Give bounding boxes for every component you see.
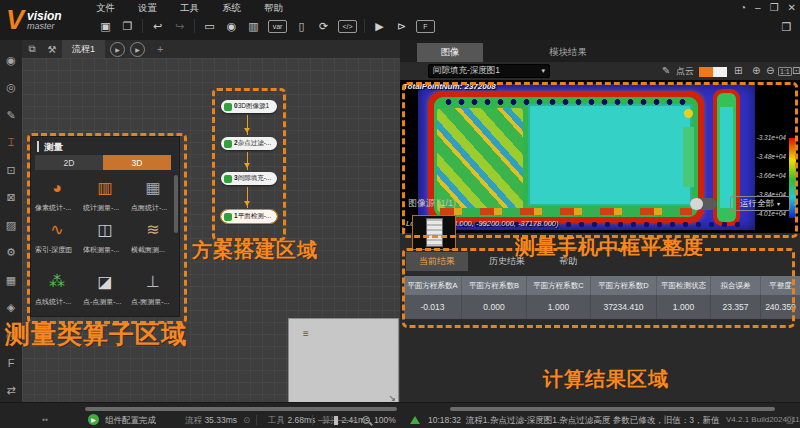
cell-coef-c: 1.000: [527, 295, 591, 319]
edit-icon[interactable]: ✎: [662, 65, 670, 76]
fit-window-icon[interactable]: ⊡: [792, 65, 800, 76]
window-controls: ◔ – ❐ ✕: [740, 2, 796, 13]
image-thumbnail[interactable]: [412, 215, 456, 250]
gallery-icon[interactable]: ▦: [3, 272, 19, 288]
tab-current-result[interactable]: 当前结果: [406, 252, 468, 271]
tab-2d[interactable]: 2D: [35, 155, 103, 170]
redo-icon[interactable]: ↪: [172, 18, 187, 34]
recognize-icon[interactable]: ▨: [3, 217, 19, 233]
toolbar-separator: [364, 19, 365, 33]
close-icon[interactable]: ✕: [788, 2, 796, 13]
annotation-results-area: 计算结果区域: [543, 366, 669, 393]
menu-tools[interactable]: 工具: [180, 2, 199, 15]
tab-module-result[interactable]: 模块结果: [520, 43, 616, 62]
tab-3d[interactable]: 3D: [103, 155, 171, 170]
continuous-toggle[interactable]: [690, 198, 717, 210]
script-icon[interactable]: </>: [338, 20, 357, 33]
tool-label: 索引-深度图: [35, 245, 81, 255]
locate-icon[interactable]: ◎: [3, 80, 19, 96]
thumb-prev-icon[interactable]: ▸: [402, 224, 406, 233]
flow-list-icon[interactable]: ⧉: [22, 43, 42, 55]
menu-file[interactable]: 文件: [96, 2, 115, 15]
tool-point-line-stat[interactable]: ⁂: [35, 271, 79, 293]
flow-run-icon[interactable]: ▶: [110, 42, 125, 57]
flow-run-step-icon[interactable]: ▶: [130, 42, 145, 57]
run-once-icon[interactable]: ▶: [372, 18, 387, 34]
save-icon[interactable]: ▣: [98, 18, 113, 34]
module-green-icon: [224, 103, 232, 111]
tool-label: 点-面测量-...: [131, 297, 177, 307]
formula-tool-icon[interactable]: F: [3, 355, 19, 371]
measure-icon[interactable]: ⌶: [3, 135, 19, 151]
run-all-button[interactable]: 运行全部 ▾: [730, 196, 790, 211]
node-plane-detect[interactable]: 1平面检测-...: [221, 210, 277, 223]
camera-icon[interactable]: ◉: [224, 18, 239, 34]
tool-point-plane-stat[interactable]: ▦: [131, 177, 175, 199]
minimap-menu-icon[interactable]: ≡: [303, 329, 309, 339]
tool-pixel-stat[interactable]: ◕: [35, 177, 79, 199]
communication-icon[interactable]: ⇄: [3, 382, 19, 398]
tool-point-plane-measure[interactable]: ⊥: [131, 271, 175, 293]
formula-icon[interactable]: F: [416, 20, 435, 33]
module-green-icon: [224, 213, 232, 221]
menu-help[interactable]: 帮助: [264, 2, 283, 15]
variable-icon[interactable]: var: [268, 20, 287, 33]
tool-label: 点-点测量-...: [83, 297, 129, 307]
log-message[interactable]: 10:18:32 流程1.杂点过滤-深度图1.杂点过滤高度 参数已修改，旧值：3…: [428, 415, 722, 427]
log-panel-icon[interactable]: ❏: [786, 415, 794, 425]
node-3d-image-source[interactable]: 03D图像源1: [221, 100, 277, 113]
display-source-dropdown[interactable]: 间隙填充-深度图1 ▾: [428, 64, 550, 78]
image-config-icon[interactable]: ⚙: [3, 245, 19, 261]
zoom-in-icon[interactable]: ⊕: [752, 65, 760, 76]
chevron-down-icon: ▾: [777, 200, 780, 207]
annotation-operators-area: 测量类算子区域: [5, 318, 187, 351]
color-swatch-white[interactable]: [713, 67, 727, 77]
module-icon[interactable]: ▯: [294, 18, 309, 34]
image-edit-icon[interactable]: ✎: [3, 107, 19, 123]
run-continuous-icon[interactable]: ⊳: [394, 18, 409, 34]
calibration-icon[interactable]: ▥: [246, 18, 261, 34]
zoom-out-icon[interactable]: ⊖: [766, 65, 774, 76]
component-dot: [684, 109, 693, 118]
open-solution-icon[interactable]: ❐: [120, 18, 135, 34]
mark-icon[interactable]: ◈: [3, 300, 19, 316]
minimize-icon[interactable]: –: [755, 2, 761, 13]
table-row[interactable]: -0.013 0.000 1.000 37234.410 1.000 23.35…: [404, 295, 800, 319]
left-hscrollbar[interactable]: [85, 407, 397, 411]
zoom-slider[interactable]: [318, 420, 356, 421]
center-view-icon[interactable]: ⊞: [734, 65, 742, 76]
new-window-icon[interactable]: ▭: [202, 18, 217, 34]
open-folder-icon[interactable]: ❒: [779, 19, 794, 35]
tool-volume-measure[interactable]: ◫: [83, 219, 127, 241]
flow-minimap[interactable]: ≡ ↘: [288, 318, 399, 402]
loop-run-icon[interactable]: ⟳: [316, 18, 331, 34]
tab-image[interactable]: 图像: [417, 43, 483, 62]
menu-settings[interactable]: 设置: [138, 2, 157, 15]
restore-icon[interactable]: ❐: [770, 2, 779, 13]
drag-handle-icon[interactable]: ••: [42, 415, 48, 425]
right-hscrollbar[interactable]: [450, 407, 775, 411]
match-icon[interactable]: ⊠: [3, 190, 19, 206]
actual-size-icon[interactable]: 1:1: [778, 67, 792, 76]
tool-stat-measure[interactable]: ▥: [83, 177, 127, 199]
log-status-icon: [410, 416, 420, 424]
slider-knob[interactable]: [334, 416, 338, 425]
performance-icon[interactable]: ◔: [740, 2, 746, 13]
undo-icon[interactable]: ↩: [150, 18, 165, 34]
menu-system[interactable]: 系统: [222, 2, 241, 15]
color-swatch-orange[interactable]: [699, 67, 713, 77]
crop-icon[interactable]: ⊡: [3, 162, 19, 178]
node-gap-fill[interactable]: 3间隙填充-...: [221, 172, 277, 185]
minimap-resize-icon[interactable]: ↘: [388, 393, 396, 402]
node-noise-filter[interactable]: 2杂点过滤-...: [221, 137, 277, 150]
col-header: 平面检测状态: [657, 276, 711, 295]
zoom-percent: 100%: [374, 415, 396, 425]
add-flow-icon[interactable]: +: [157, 43, 163, 55]
tab-flow1[interactable]: 流程1: [62, 40, 105, 58]
tool-index-depthmap[interactable]: ∿: [35, 219, 79, 241]
camera-source-icon[interactable]: ◉: [3, 52, 19, 68]
tool-wrench-icon[interactable]: ⚒: [42, 44, 62, 55]
tool-point-point-measure[interactable]: ◪: [83, 271, 127, 293]
collapse-icon[interactable]: ⌄: [791, 197, 799, 208]
tool-cross-section[interactable]: ≋: [131, 219, 175, 241]
